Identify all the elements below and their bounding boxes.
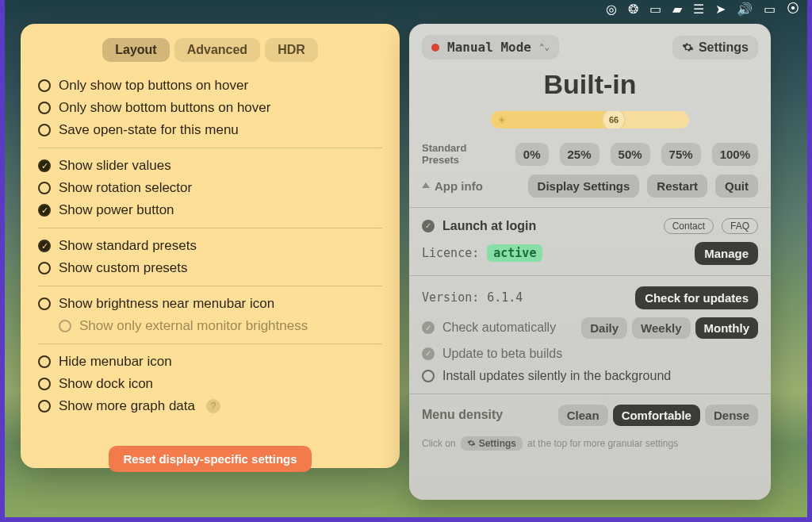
opt-only-external-brightness[interactable]: Show only external monitor brightness — [38, 315, 382, 337]
divider — [38, 286, 382, 286]
tabs: Layout Advanced HDR — [38, 38, 382, 62]
preset-100[interactable]: 100% — [712, 143, 758, 166]
radio-icon — [38, 262, 51, 274]
divider — [409, 207, 771, 208]
check-icon — [38, 159, 51, 172]
settings-button[interactable]: Settings — [672, 36, 758, 59]
opt-show-more-graph-data[interactable]: Show more graph data? — [38, 395, 382, 417]
display-name: Built-in — [422, 69, 758, 100]
divider — [38, 228, 382, 228]
tab-advanced[interactable]: Advanced — [174, 38, 260, 62]
hint-settings-chip: Settings — [461, 436, 523, 451]
opt-show-dock-icon[interactable]: Show dock icon — [38, 373, 382, 395]
target-icon[interactable]: ◎ — [606, 2, 617, 17]
display-icon[interactable]: ▭ — [649, 2, 661, 17]
check-icon[interactable] — [422, 347, 435, 360]
radio-icon — [38, 79, 51, 92]
launch-at-login-label: Launch at login — [442, 219, 536, 233]
restart-button[interactable]: Restart — [647, 175, 707, 198]
check-icon[interactable] — [422, 220, 435, 232]
help-icon[interactable]: ? — [206, 399, 220, 413]
freq-daily[interactable]: Daily — [581, 317, 627, 339]
wifi-icon[interactable]: ⦿ — [787, 2, 799, 16]
check-icon — [38, 240, 51, 252]
display-settings-button[interactable]: Display Settings — [528, 175, 640, 198]
volume-icon[interactable]: 🔊 — [737, 2, 753, 17]
beta-label: Update to beta builds — [442, 347, 562, 361]
mode-label: Manual Mode — [447, 40, 531, 55]
layout-settings-panel: Layout Advanced HDR Only show top button… — [21, 24, 400, 468]
manage-licence-button[interactable]: Manage — [695, 242, 758, 265]
brightness-slider[interactable]: ☀ 66 — [491, 111, 689, 129]
gear-icon — [682, 41, 694, 53]
presets-label: StandardPresets — [422, 143, 466, 167]
mac-menubar: ◎ ❂ ▭ ▰ ☰ ➤ 🔊 ▭ ⦿ — [606, 0, 799, 17]
radio-icon — [38, 400, 51, 413]
density-label: Menu density — [422, 408, 503, 422]
version-label: Version: — [422, 290, 479, 305]
faq-button[interactable]: FAQ — [722, 218, 758, 234]
opt-show-custom-presets[interactable]: Show custom presets — [38, 257, 382, 279]
radio-icon — [38, 355, 51, 368]
check-updates-button[interactable]: Check for updates — [635, 286, 758, 309]
update-frequency: Daily Weekly Monthly — [581, 317, 758, 339]
opt-show-slider-values[interactable]: Show slider values — [38, 155, 382, 177]
density-clean[interactable]: Clean — [558, 405, 608, 426]
radio-icon — [38, 182, 51, 194]
sun-icon: ☀ — [497, 114, 507, 126]
opt-bottom-buttons-hover[interactable]: Only show bottom buttons on hover — [38, 97, 382, 119]
reset-display-settings-button[interactable]: Reset display-specific settings — [109, 446, 311, 472]
silent-install-label: Install updates silently in the backgrou… — [442, 369, 671, 383]
pizza-icon[interactable]: ❂ — [628, 2, 638, 17]
status-dot-icon — [431, 44, 439, 52]
slider-knob[interactable]: 66 — [603, 111, 624, 129]
licence-badge: active — [487, 244, 542, 262]
opt-brightness-menubar[interactable]: Show brightness near menubar icon — [38, 293, 382, 315]
density-comfortable[interactable]: Comfortable — [613, 405, 700, 426]
radio-icon[interactable] — [422, 370, 435, 382]
display-control-panel: Manual Mode ⌃⌄ Settings Built-in ☀ 66 St… — [409, 24, 771, 500]
divider — [409, 275, 771, 276]
opt-top-buttons-hover[interactable]: Only show top buttons on hover — [38, 75, 382, 97]
radio-icon — [38, 124, 51, 136]
caret-icon — [422, 182, 430, 188]
contact-button[interactable]: Contact — [664, 218, 714, 234]
divider — [38, 344, 382, 344]
opt-save-open-state[interactable]: Save open-state for this menu — [38, 119, 382, 141]
licence-label: Licence: — [422, 246, 479, 260]
preset-0[interactable]: 0% — [515, 143, 549, 166]
check-icon[interactable] — [422, 321, 435, 334]
opt-show-standard-presets[interactable]: Show standard presets — [38, 235, 382, 257]
settings-hint: Click on Settings at the top for more gr… — [422, 436, 758, 451]
app-info-toggle[interactable]: App info — [422, 179, 483, 193]
opt-show-rotation[interactable]: Show rotation selector — [38, 177, 382, 199]
freq-weekly[interactable]: Weekly — [632, 317, 690, 339]
freq-monthly[interactable]: Monthly — [695, 317, 759, 339]
tab-layout[interactable]: Layout — [102, 38, 169, 62]
divider — [409, 393, 771, 394]
quit-button[interactable]: Quit — [715, 175, 758, 198]
version-value: 6.1.4 — [487, 290, 523, 305]
density-dense[interactable]: Dense — [705, 405, 758, 426]
gear-icon — [467, 439, 476, 447]
check-icon — [38, 204, 51, 217]
preset-25[interactable]: 25% — [560, 143, 599, 166]
location-icon[interactable]: ➤ — [715, 2, 726, 17]
tab-hdr[interactable]: HDR — [265, 38, 318, 62]
menu-density: Clean Comfortable Dense — [558, 405, 758, 426]
slider-fill — [491, 111, 622, 129]
check-auto-label: Check automatically — [442, 320, 556, 335]
mode-selector[interactable]: Manual Mode ⌃⌄ — [422, 35, 559, 59]
radio-icon — [38, 378, 51, 390]
preset-50[interactable]: 50% — [611, 143, 650, 166]
radio-icon — [59, 320, 71, 332]
divider — [38, 148, 382, 148]
preset-75[interactable]: 75% — [661, 143, 701, 166]
cloud-icon[interactable]: ▰ — [672, 2, 682, 17]
battery-icon[interactable]: ▭ — [764, 2, 776, 17]
drives-icon[interactable]: ☰ — [693, 2, 704, 17]
opt-show-power-button[interactable]: Show power button — [38, 199, 382, 221]
updown-icon: ⌃⌄ — [539, 42, 550, 52]
opt-hide-menubar-icon[interactable]: Hide menubar icon — [38, 351, 382, 373]
radio-icon — [38, 102, 51, 114]
